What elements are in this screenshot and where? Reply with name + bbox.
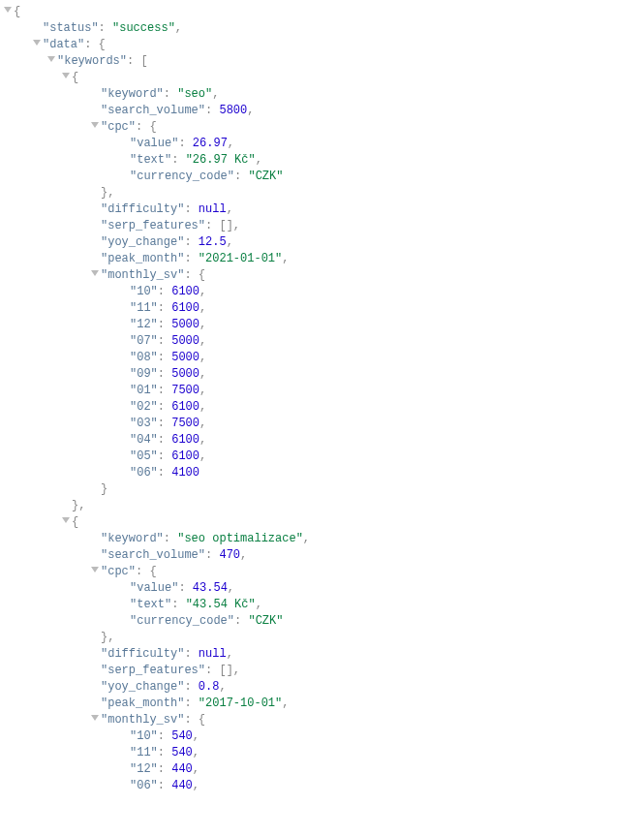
- json-line-content: "08": 5000,: [130, 350, 206, 366]
- json-line: "cpc": {: [0, 564, 644, 580]
- json-line: "monthly_sv": {: [0, 267, 644, 284]
- token-punc: ,: [240, 548, 247, 562]
- token-punc: ,: [212, 87, 219, 101]
- token-punc: ,: [199, 285, 206, 298]
- json-line-content: }: [101, 481, 107, 498]
- token-punc: ,: [282, 252, 289, 265]
- token-jkey: "monthly_sv": [101, 268, 184, 282]
- json-line: "05": 6100,: [0, 449, 644, 465]
- json-line-content: {: [72, 514, 78, 531]
- token-punc: :: [158, 351, 171, 364]
- token-punc: : [: [127, 54, 148, 68]
- json-line-content: "12": 5000,: [130, 317, 206, 333]
- token-jkey: "cpc": [101, 120, 136, 134]
- token-punc: :: [184, 680, 198, 694]
- collapse-toggle-icon[interactable]: [91, 567, 99, 573]
- json-line: "11": 540,: [0, 745, 644, 761]
- collapse-toggle-icon[interactable]: [47, 56, 55, 62]
- token-punc: },: [72, 499, 85, 512]
- collapse-toggle-icon[interactable]: [91, 270, 99, 276]
- json-line-content: },: [101, 630, 114, 646]
- token-num: 540: [171, 746, 193, 759]
- token-num: 5000: [171, 334, 199, 348]
- token-jkey: "02": [130, 400, 158, 414]
- collapse-toggle-icon[interactable]: [4, 7, 12, 13]
- json-line-content: "text": "43.54 Kč",: [130, 597, 262, 613]
- token-punc: :: [158, 334, 171, 348]
- token-punc: },: [101, 186, 114, 200]
- token-num: 440: [171, 779, 193, 792]
- collapse-toggle-icon[interactable]: [62, 517, 70, 523]
- token-null: null: [199, 647, 227, 661]
- token-num: 540: [171, 729, 193, 743]
- token-jkey: "12": [130, 762, 158, 776]
- token-num: 7500: [171, 417, 199, 430]
- json-line-content: "difficulty": null,: [101, 201, 233, 218]
- json-line: "text": "43.54 Kč",: [0, 597, 644, 613]
- token-str: "26.97 Kč": [186, 153, 256, 167]
- json-line: "08": 5000,: [0, 350, 644, 366]
- json-line: "serp_features": [],: [0, 218, 644, 234]
- collapse-toggle-icon[interactable]: [91, 122, 99, 128]
- token-punc: }: [101, 482, 107, 496]
- json-line: "06": 440,: [0, 778, 644, 794]
- token-punc: ,: [193, 729, 199, 743]
- json-line-content: "02": 6100,: [130, 399, 206, 416]
- json-line-content: "search_volume": 5800,: [101, 103, 254, 119]
- token-jkey: "keywords": [57, 54, 127, 68]
- json-line: "difficulty": null,: [0, 201, 644, 218]
- collapse-toggle-icon[interactable]: [62, 73, 70, 78]
- token-jkey: "search_volume": [101, 548, 205, 562]
- token-punc: :: [158, 301, 171, 315]
- json-line: {: [0, 4, 644, 20]
- collapse-toggle-icon[interactable]: [91, 715, 99, 721]
- json-line-content: "keyword": "seo",: [101, 86, 219, 103]
- json-line: "10": 540,: [0, 728, 644, 745]
- token-punc: ,: [193, 746, 199, 759]
- token-jkey: "cpc": [101, 565, 136, 578]
- token-punc: :: [158, 746, 171, 759]
- json-line-content: "11": 540,: [130, 745, 199, 761]
- token-punc: :: [205, 548, 219, 562]
- token-punc: :: [184, 647, 198, 661]
- json-line-content: "peak_month": "2017-10-01",: [101, 696, 289, 712]
- token-jkey: "10": [130, 285, 158, 298]
- json-line-content: },: [101, 185, 114, 201]
- json-line: "cpc": {: [0, 119, 644, 136]
- json-line: "text": "26.97 Kč",: [0, 152, 644, 169]
- json-line-content: "01": 7500,: [130, 383, 206, 399]
- token-jkey: "serp_features": [101, 664, 205, 677]
- json-line: },: [0, 185, 644, 201]
- json-line: "10": 6100,: [0, 284, 644, 300]
- token-num: 4100: [171, 466, 199, 480]
- token-punc: : {: [184, 268, 205, 282]
- json-line-content: "10": 540,: [130, 728, 199, 745]
- token-punc: :: [171, 153, 185, 167]
- token-punc: ,: [256, 153, 262, 167]
- token-punc: : [],: [205, 219, 240, 232]
- json-line: "difficulty": null,: [0, 646, 644, 663]
- token-num: 6100: [171, 285, 199, 298]
- token-num: 0.8: [199, 680, 220, 694]
- json-line-content: "keywords": [: [57, 53, 148, 70]
- json-line: "01": 7500,: [0, 383, 644, 399]
- json-line-content: "serp_features": [],: [101, 218, 240, 234]
- token-punc: :: [158, 367, 171, 381]
- token-jkey: "05": [130, 449, 158, 463]
- json-line-content: "serp_features": [],: [101, 663, 240, 679]
- token-jkey: "08": [130, 351, 158, 364]
- token-num: 6100: [171, 449, 199, 463]
- json-line: "peak_month": "2021-01-01",: [0, 251, 644, 267]
- json-line: "keyword": "seo optimalizace",: [0, 531, 644, 547]
- json-line: "keywords": [: [0, 53, 644, 70]
- token-punc: ,: [227, 647, 233, 661]
- json-line: "status": "success",: [0, 20, 644, 37]
- token-null: null: [199, 202, 227, 216]
- collapse-toggle-icon[interactable]: [33, 40, 41, 46]
- token-num: 43.54: [193, 581, 228, 595]
- token-jkey: "11": [130, 301, 158, 315]
- json-line: "keyword": "seo",: [0, 86, 644, 103]
- token-punc: :: [184, 202, 198, 216]
- json-line-content: "peak_month": "2021-01-01",: [101, 251, 289, 267]
- json-line: "03": 7500,: [0, 416, 644, 432]
